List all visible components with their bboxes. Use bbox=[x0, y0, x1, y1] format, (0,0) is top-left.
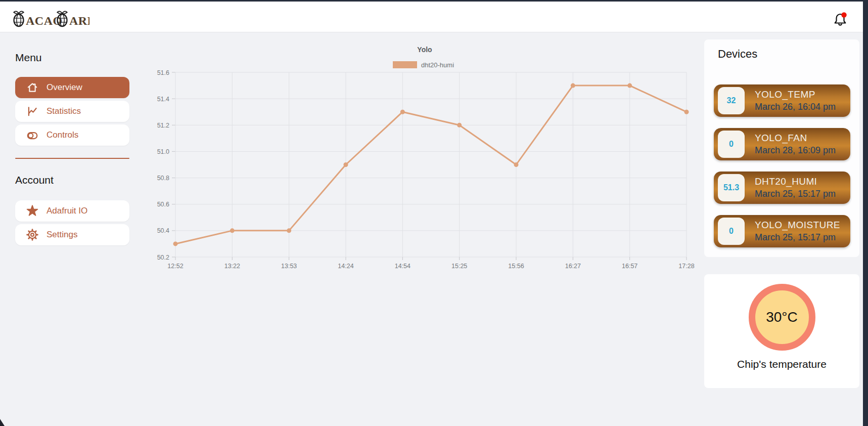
device-card-yolo-fan[interactable]: 0 YOLO_FAN March 28, 16:09 pm bbox=[714, 128, 850, 160]
bell-icon bbox=[832, 11, 849, 28]
device-name: DHT20_HUMI bbox=[755, 176, 836, 187]
svg-text:17:28: 17:28 bbox=[678, 263, 694, 270]
svg-text:15:25: 15:25 bbox=[451, 263, 467, 270]
chart-title: Yolo bbox=[417, 46, 432, 54]
svg-text:16:27: 16:27 bbox=[565, 263, 581, 270]
device-value-badge: 0 bbox=[718, 218, 745, 245]
logo-text-are: ARE bbox=[69, 14, 89, 27]
device-value-badge: 51.3 bbox=[718, 174, 745, 201]
notification-dot bbox=[841, 12, 846, 17]
svg-text:50.8: 50.8 bbox=[157, 175, 169, 182]
sidebar-item-label: Adafruit IO bbox=[47, 206, 87, 216]
account-nav-list: Adafruit IO Settings bbox=[15, 200, 129, 248]
header-bar: ACAO ARE bbox=[0, 2, 863, 32]
device-value: 32 bbox=[727, 96, 736, 105]
device-name: YOLO_TEMP bbox=[755, 89, 836, 100]
device-value: 0 bbox=[729, 227, 734, 236]
svg-text:51.0: 51.0 bbox=[157, 148, 169, 155]
device-card-dht20-humi[interactable]: 51.3 DHT20_HUMI March 25, 15:17 pm bbox=[714, 172, 850, 204]
legend-swatch bbox=[393, 61, 417, 68]
device-timestamp: March 25, 15:17 pm bbox=[755, 232, 840, 243]
svg-text:50.6: 50.6 bbox=[157, 201, 169, 208]
svg-text:51.6: 51.6 bbox=[157, 69, 169, 76]
sidebar-item-overview[interactable]: Overview bbox=[15, 77, 129, 98]
device-timestamp: March 26, 16:04 pm bbox=[755, 102, 836, 112]
adafruit-star-icon bbox=[26, 205, 38, 217]
svg-text:51.4: 51.4 bbox=[157, 96, 169, 103]
sidebar-item-adafruit-io[interactable]: Adafruit IO bbox=[15, 200, 129, 222]
svg-text:14:24: 14:24 bbox=[338, 263, 353, 270]
device-value-badge: 0 bbox=[718, 131, 745, 158]
gear-icon bbox=[26, 229, 38, 241]
account-heading: Account bbox=[15, 174, 54, 186]
sidebar-item-label: Controls bbox=[47, 130, 78, 140]
cacaocare-logo: ACAO ARE bbox=[13, 8, 89, 28]
legend-label: dht20-humi bbox=[421, 61, 454, 69]
dashboard-screen: ACAO ARE Menu Overview bbox=[0, 0, 868, 426]
device-value: 0 bbox=[729, 140, 734, 149]
cacao-pod-logo-icon: ACAO ARE bbox=[13, 8, 89, 28]
device-name: YOLO_MOISTURE bbox=[755, 220, 840, 231]
home-icon bbox=[26, 81, 38, 94]
chart-gridlines bbox=[172, 72, 687, 260]
chart-series bbox=[173, 83, 689, 246]
gauge-label: Chip's temperature bbox=[704, 358, 859, 370]
temperature-gauge: 30°C bbox=[749, 284, 815, 351]
devices-heading: Devices bbox=[718, 48, 757, 61]
line-chart-icon bbox=[26, 105, 38, 117]
sidebar-item-settings[interactable]: Settings bbox=[15, 224, 129, 245]
svg-text:13:22: 13:22 bbox=[224, 263, 240, 270]
sidebar-item-label: Overview bbox=[47, 82, 82, 93]
temperature-value: 30°C bbox=[766, 309, 798, 325]
menu-heading: Menu bbox=[15, 52, 42, 64]
device-value: 51.3 bbox=[723, 183, 739, 192]
toggle-icon bbox=[26, 129, 38, 141]
svg-text:14:54: 14:54 bbox=[395, 263, 410, 270]
svg-text:15:56: 15:56 bbox=[508, 263, 524, 270]
menu-nav-list: Overview Statistics Controls bbox=[15, 77, 129, 148]
device-name: YOLO_FAN bbox=[755, 133, 836, 144]
svg-text:51.2: 51.2 bbox=[157, 122, 169, 129]
svg-text:50.2: 50.2 bbox=[157, 254, 169, 261]
device-card-yolo-temp[interactable]: 32 YOLO_TEMP March 26, 16:04 pm bbox=[714, 84, 850, 117]
svg-text:16:57: 16:57 bbox=[622, 263, 637, 270]
sidebar-divider bbox=[15, 158, 129, 159]
svg-text:12:52: 12:52 bbox=[167, 263, 183, 270]
feed-line-chart[interactable]: Yolo dht20-humi 50.250.450.650.851.051.2… bbox=[142, 38, 708, 271]
page-scrollbar[interactable] bbox=[863, 0, 868, 426]
svg-text:13:53: 13:53 bbox=[281, 263, 297, 270]
chip-temperature-card: 30°C Chip's temperature bbox=[704, 274, 859, 388]
devices-panel: Devices 32 YOLO_TEMP March 26, 16:04 pm … bbox=[704, 39, 859, 257]
device-card-yolo-moisture[interactable]: 0 YOLO_MOISTURE March 25, 15:17 pm bbox=[714, 215, 850, 247]
device-value-badge: 32 bbox=[718, 87, 745, 114]
chart-tick-labels: 50.250.450.650.851.051.251.451.612:5213:… bbox=[157, 69, 695, 270]
svg-text:50.4: 50.4 bbox=[157, 227, 169, 234]
sidebar-item-statistics[interactable]: Statistics bbox=[15, 101, 129, 122]
device-timestamp: March 28, 16:09 pm bbox=[755, 145, 836, 156]
sidebar-item-label: Statistics bbox=[47, 106, 81, 116]
sidebar-item-label: Settings bbox=[47, 230, 77, 240]
sidebar-item-controls[interactable]: Controls bbox=[15, 124, 129, 146]
notification-bell-button[interactable] bbox=[832, 11, 849, 28]
window-top-edge bbox=[0, 0, 868, 2]
mouse-cursor bbox=[0, 419, 5, 426]
device-timestamp: March 25, 15:17 pm bbox=[755, 189, 836, 199]
